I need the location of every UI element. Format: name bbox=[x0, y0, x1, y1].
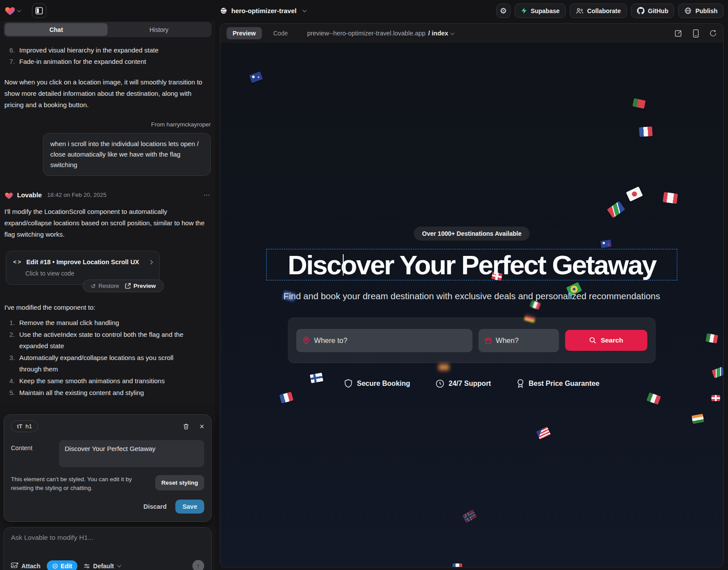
list-item: 7. Fade-in animation for the expanded co… bbox=[4, 56, 211, 67]
heart-logo-icon bbox=[4, 5, 16, 16]
tab-history[interactable]: History bbox=[108, 23, 210, 36]
external-link-icon bbox=[125, 283, 131, 289]
flag-ca-icon bbox=[663, 192, 678, 204]
save-button[interactable]: Save bbox=[175, 500, 204, 514]
refresh-icon[interactable] bbox=[709, 29, 717, 37]
assistant-modified-intro: I've modified the component to: bbox=[4, 302, 211, 313]
top-bar: hero-optimizer-travel ⚙ Supabase Collabo… bbox=[0, 0, 728, 21]
flag-mx-icon bbox=[706, 333, 718, 343]
where-input[interactable] bbox=[314, 336, 466, 345]
collaborate-button[interactable]: Collaborate bbox=[570, 3, 627, 18]
publish-button[interactable]: Publish bbox=[678, 3, 724, 18]
settings-button[interactable]: ⚙ bbox=[496, 3, 511, 18]
feature-secure-booking: Secure Booking bbox=[344, 379, 410, 388]
list-item: 5.Maintain all the existing content and … bbox=[4, 387, 211, 399]
sliders-icon bbox=[84, 563, 90, 569]
publish-globe-icon bbox=[684, 7, 692, 14]
award-icon bbox=[516, 379, 524, 388]
flag-in-icon bbox=[692, 414, 704, 424]
flag-ch-icon bbox=[711, 395, 720, 401]
chevron-down-icon bbox=[117, 563, 122, 567]
edit-card-subtitle: Click to view code bbox=[25, 268, 152, 279]
feature-badges: Secure Booking 24/7 Support Best Price G… bbox=[344, 379, 599, 388]
where-input-wrap bbox=[296, 329, 473, 352]
code-icon: <> bbox=[13, 257, 22, 267]
send-arrow-icon: ↑ bbox=[197, 562, 200, 570]
element-editor-panel: tT h1 × Content Discover Your Perfect Ge… bbox=[3, 414, 212, 522]
sidebar-tabs: Chat History bbox=[3, 22, 212, 37]
flag-za-icon bbox=[607, 201, 625, 218]
chat-messages[interactable]: 6. Improved visual hierarchy in the expa… bbox=[0, 45, 215, 399]
content-label: Content bbox=[11, 440, 59, 467]
close-icon[interactable]: × bbox=[199, 423, 204, 430]
sidebar-toggle-button[interactable] bbox=[32, 3, 46, 18]
when-input[interactable] bbox=[496, 336, 553, 345]
tab-chat[interactable]: Chat bbox=[5, 23, 108, 36]
element-tag-pill[interactable]: tT h1 bbox=[11, 420, 38, 432]
calendar-icon bbox=[485, 337, 491, 345]
list-item: 1.Remove the manual click handling bbox=[4, 317, 211, 329]
flag-nz-icon bbox=[600, 240, 612, 248]
url-path: / index bbox=[428, 30, 448, 37]
restore-button[interactable]: ↺ Restore bbox=[91, 280, 119, 292]
restore-icon: ↺ bbox=[91, 280, 96, 292]
destinations-badge: Over 1000+ Destinations Available bbox=[414, 227, 529, 241]
flag-mx-icon bbox=[529, 300, 541, 310]
chat-input-panel: Attach Edit Default ↑ bbox=[3, 527, 212, 570]
selected-h1-element[interactable]: Discover Your Perfect Getaway bbox=[266, 249, 677, 280]
preview-url[interactable]: preview--hero-optimizer-travel.lovable.a… bbox=[307, 30, 454, 37]
url-domain: preview--hero-optimizer-travel.lovable.a… bbox=[307, 30, 425, 37]
element-tag-label: h1 bbox=[25, 423, 32, 430]
flag-es-icon bbox=[439, 364, 449, 371]
flag-fr-icon bbox=[279, 392, 293, 404]
flag-us-icon bbox=[536, 427, 551, 440]
list-item: 4.Keep the same smooth animations and tr… bbox=[4, 375, 211, 387]
project-switcher[interactable]: hero-optimizer-travel bbox=[220, 0, 306, 21]
send-button[interactable]: ↑ bbox=[192, 560, 204, 570]
flag-fr-icon bbox=[639, 126, 652, 137]
github-icon bbox=[637, 7, 644, 14]
preview-panel: Preview Code preview--hero-optimizer-tra… bbox=[220, 23, 724, 567]
assistant-list-continued: 6. Improved visual hierarchy in the expa… bbox=[4, 45, 211, 67]
search-button[interactable]: Search bbox=[565, 330, 648, 351]
discard-button[interactable]: Discard bbox=[143, 503, 167, 510]
gear-icon: ⚙ bbox=[500, 7, 507, 15]
edit-mode-button[interactable]: Edit bbox=[47, 560, 77, 570]
mobile-view-icon[interactable] bbox=[693, 29, 699, 38]
user-message-bubble: when i scroll into the individual locati… bbox=[43, 133, 211, 176]
hero-subtitle: Find and book your dream destination wit… bbox=[268, 291, 675, 301]
globe-icon bbox=[220, 7, 227, 14]
feature-best-price: Best Price Guarantee bbox=[516, 379, 599, 388]
lovable-heart-icon bbox=[4, 191, 14, 199]
more-menu-icon[interactable]: ⋯ bbox=[203, 189, 211, 201]
trash-icon[interactable] bbox=[182, 423, 190, 430]
chevron-down-icon bbox=[17, 8, 21, 12]
tab-code[interactable]: Code bbox=[267, 27, 294, 39]
flag-no-icon bbox=[462, 509, 477, 523]
chat-input-field[interactable] bbox=[11, 534, 204, 558]
content-textarea[interactable]: Discover Your Perfect Getaway bbox=[59, 440, 204, 467]
clock-icon bbox=[435, 379, 444, 388]
flags-layer bbox=[220, 43, 723, 567]
search-icon bbox=[589, 337, 596, 344]
flag-fr-icon bbox=[453, 563, 462, 567]
lovable-logo[interactable] bbox=[4, 5, 21, 16]
open-in-new-window-icon[interactable] bbox=[675, 29, 683, 37]
default-mode-dropdown[interactable]: Default bbox=[84, 563, 121, 570]
map-pin-icon bbox=[303, 336, 310, 345]
preview-button[interactable]: Preview bbox=[125, 280, 156, 292]
shield-icon bbox=[344, 379, 352, 388]
tab-preview[interactable]: Preview bbox=[226, 27, 262, 39]
chat-sidebar: Chat History 6. Improved visual hierarch… bbox=[0, 21, 215, 570]
assistant-steps-list: 1.Remove the manual click handling 2.Use… bbox=[4, 317, 211, 399]
reset-styling-button[interactable]: Reset styling bbox=[155, 475, 204, 490]
assistant-name: Lovable bbox=[17, 189, 42, 201]
flag-mx-icon bbox=[646, 392, 661, 405]
when-input-wrap bbox=[479, 329, 559, 352]
image-icon bbox=[11, 563, 18, 569]
github-button[interactable]: GitHub bbox=[631, 3, 675, 18]
panel-toggle-icon bbox=[35, 7, 43, 14]
attach-button[interactable]: Attach bbox=[11, 563, 41, 570]
feature-support: 24/7 Support bbox=[435, 379, 491, 388]
supabase-button[interactable]: Supabase bbox=[515, 3, 566, 18]
